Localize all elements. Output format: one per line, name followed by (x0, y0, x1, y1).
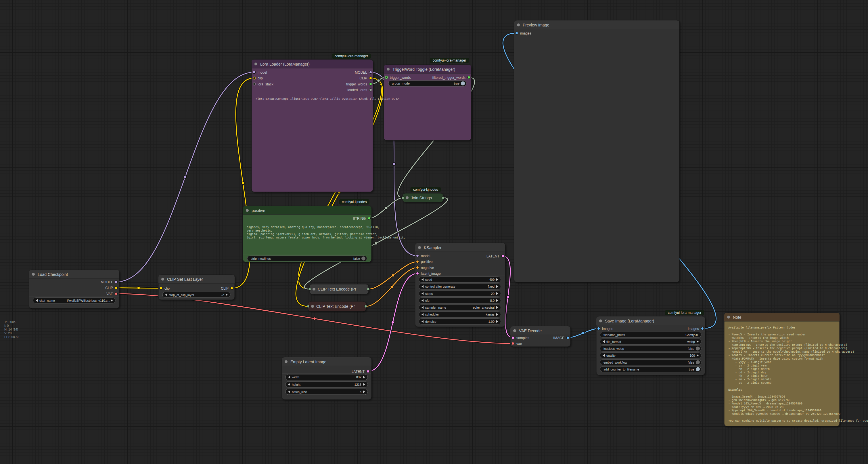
svg-text:V: 28: V: 28 (4, 331, 11, 335)
svg-text:CLIP Text Encode (Pr: CLIP Text Encode (Pr (316, 304, 355, 309)
svg-text:latent_image: latent_image (421, 271, 441, 276)
svg-text:MODEL: MODEL (101, 280, 113, 284)
svg-text:embed_workflow: embed_workflow (603, 361, 627, 364)
svg-text:Available filename_prefix Patt: Available filename_prefix Pattern Codes (728, 326, 796, 329)
svg-text:seed: seed (425, 278, 432, 281)
svg-text:clip: clip (258, 76, 263, 80)
svg-text:false: false (688, 347, 694, 350)
svg-text:loaded_loras: loaded_loras (347, 88, 367, 92)
svg-text:STRING: STRING (353, 216, 366, 221)
svg-text:- %pprompt:20%_%seed% → beauti: - %pprompt:20%_%seed% → beautiful landsc… (728, 409, 822, 412)
svg-text:vae: vae (516, 342, 522, 346)
svg-text:scheduler: scheduler (425, 313, 439, 316)
svg-text:images: images (602, 327, 613, 331)
svg-text:I: 0: I: 0 (4, 324, 9, 327)
svg-text:comfyui-lora-manager: comfyui-lora-manager (668, 311, 702, 315)
svg-text:CLIP Text Encode (Pr: CLIP Text Encode (Pr (318, 287, 356, 291)
svg-text:true: true (454, 82, 460, 85)
svg-text:comfyui-lora-manager: comfyui-lora-manager (335, 54, 368, 58)
svg-text:images: images (520, 31, 531, 35)
svg-text:model: model (421, 254, 430, 258)
svg-text:add_counter_to_filename: add_counter_to_filename (603, 368, 639, 371)
svg-text:filtered_trigger_words: filtered_trigger_words (432, 76, 465, 80)
svg-text:Empty Latent Image: Empty Latent Image (290, 359, 327, 364)
svg-text:- %pprompt:N% - Inserts the po: - %pprompt:N% - Inserts the positive pro… (728, 344, 847, 347)
svg-text:409: 409 (489, 278, 495, 281)
svg-text:samples: samples (516, 336, 529, 340)
svg-text:trigger_words: trigger_words (390, 76, 411, 80)
svg-text:T: 0.00s: T: 0.00s (4, 320, 16, 324)
svg-text:CLIP Set Last Layer: CLIP Set Last Layer (167, 277, 203, 282)
svg-text:You can combine multiple patte: You can combine multiple patterns to cre… (728, 419, 868, 423)
svg-text:digital painting \(artwork\),: digital painting \(artwork\), glitch art… (247, 233, 378, 236)
svg-text:lora_stack: lora_stack (258, 82, 274, 86)
svg-text:steps: steps (425, 292, 433, 295)
svg-text:IMAGE: IMAGE (553, 336, 564, 340)
svg-text:1.00: 1.00 (489, 320, 495, 323)
svg-text:positive: positive (421, 260, 433, 264)
svg-text:CLIP: CLIP (221, 287, 228, 291)
svg-text:ComfyUI: ComfyUI (685, 333, 698, 337)
svg-text:Note: Note (733, 315, 742, 320)
svg-text:- gen_%width%x%height% → gen_5: - gen_%width%x%height% → gen_512x768 (728, 399, 790, 402)
svg-text:images: images (688, 327, 699, 331)
svg-text:true: true (689, 368, 694, 371)
svg-text:sampler_name: sampler_name (425, 306, 446, 309)
svg-text:file_format: file_format (607, 340, 621, 344)
svg-text:karras: karras (486, 313, 495, 316)
svg-text:model: model (258, 70, 267, 75)
svg-text:comfyui-lora-manager: comfyui-lora-manager (433, 58, 466, 62)
svg-text:Lora Loader (LoraManager): Lora Loader (LoraManager) (260, 62, 310, 66)
svg-text:Examples: Examples (728, 388, 742, 392)
svg-text:3: 3 (360, 390, 362, 394)
svg-text:highres, very detailed, amazin: highres, very detailed, amazing quality,… (247, 226, 379, 229)
svg-text:comfyui-kjnodes: comfyui-kjnodes (342, 200, 367, 204)
svg-text:Preview Image: Preview Image (523, 23, 550, 27)
svg-text:- mm - 2-digit minute: - mm - 2-digit minute (728, 378, 771, 381)
svg-text:- dd - 2-digit day: - dd - 2-digit day (728, 371, 766, 374)
svg-text:webp: webp (687, 340, 695, 344)
svg-text:height: height (292, 383, 301, 386)
svg-text:il\waiNSFWIllustrious_v110.s..: il\waiNSFWIllustrious_v110.s... (67, 299, 110, 302)
svg-text:LATENT: LATENT (352, 370, 365, 374)
svg-text:width: width (291, 375, 299, 379)
svg-text:CLIP: CLIP (360, 76, 367, 80)
svg-text:- %width% - Inserts the image: - %width% - Inserts the image width (728, 337, 788, 340)
svg-text:Save Image (LoraManager): Save Image (LoraManager) (605, 319, 654, 323)
svg-text:batch_size: batch_size (292, 390, 307, 394)
svg-text:- %seed% - Inserts the generat: - %seed% - Inserts the generation seed n… (728, 333, 806, 336)
svg-text:- %model%_%date:yyMMdd%_%seed%: - %model%_%date:yyMMdd%_%seed% → dreamsh… (728, 412, 840, 416)
svg-text:- %date:FORMAT% - Inserts date: - %date:FORMAT% - Inserts date using cus… (728, 357, 825, 360)
svg-text:trigger_words: trigger_words (346, 82, 367, 86)
svg-text:1216: 1216 (354, 383, 362, 386)
svg-text:- %height% - Inserts the image: - %height% - Inserts the image height (728, 340, 792, 343)
svg-text:VAE Decode: VAE Decode (519, 328, 542, 333)
svg-text:- image_%seed% → image_1234567: - image_%seed% → image_1234567890 (728, 395, 785, 399)
svg-text:- %date% - Inserts current dat: - %date% - Inserts current date/time as … (728, 354, 825, 357)
svg-text:fixed: fixed (488, 285, 495, 288)
svg-text:Load Checkpoint: Load Checkpoint (38, 272, 68, 277)
svg-text:euler_ancestral: euler_ancestral (473, 306, 495, 309)
svg-text:negative: negative (421, 266, 434, 270)
svg-text:Join Strings: Join Strings (411, 196, 432, 200)
svg-text:cfg: cfg (425, 299, 430, 302)
svg-text:MODEL: MODEL (355, 70, 367, 75)
svg-text:- %nprompt:N% - Inserts the ne: - %nprompt:N% - Inserts the negative pro… (728, 347, 847, 350)
svg-text:denoise: denoise (425, 320, 436, 323)
svg-text:- %date:yyyy-MM-dd% → 2025-04-: - %date:yyyy-MM-dd% → 2025-04-28 (728, 406, 783, 409)
svg-text:- hh - 2-digit hour: - hh - 2-digit hour (728, 375, 768, 378)
svg-text:false: false (353, 257, 360, 260)
svg-text:filename_prefix: filename_prefix (603, 333, 625, 337)
svg-text:- yy - 2-digit year: - yy - 2-digit year (728, 364, 768, 367)
svg-text:TriggerWord Toggle (LoraManage: TriggerWord Toggle (LoraManager) (393, 67, 455, 71)
svg-text:very aesthetic,: very aesthetic, (247, 229, 273, 232)
svg-text:1girl, sui-feng, mature female: 1girl, sui-feng, mature female, upper bo… (247, 236, 405, 239)
svg-text:N: 14 [14]: N: 14 [14] (4, 328, 18, 331)
svg-text:group_mode: group_mode (392, 82, 410, 85)
svg-text:ckpt_name: ckpt_name (39, 299, 55, 302)
svg-text:832: 832 (356, 375, 362, 379)
svg-text:quality: quality (607, 354, 616, 357)
svg-text:8.0: 8.0 (490, 299, 495, 302)
svg-text:- MM - 2-digit month: - MM - 2-digit month (728, 368, 770, 371)
svg-text:false: false (688, 361, 694, 364)
